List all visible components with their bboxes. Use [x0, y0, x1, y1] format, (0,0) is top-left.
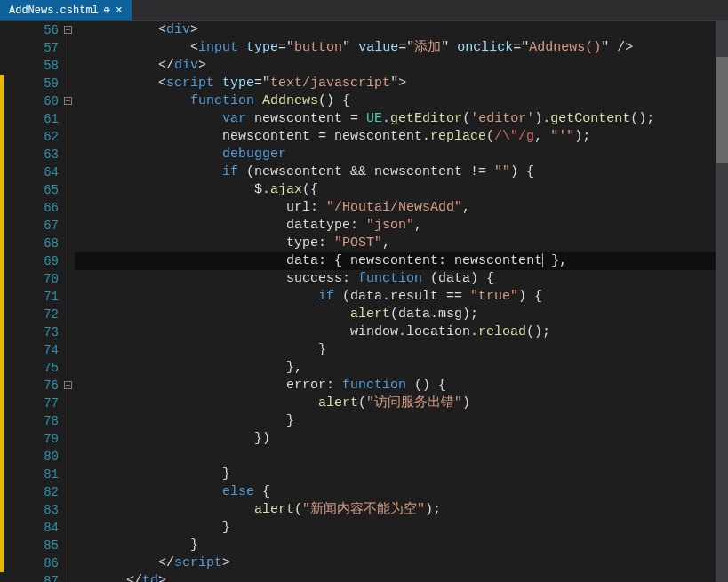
modified-marker: [0, 341, 4, 359]
code-line[interactable]: function Addnews() {: [75, 92, 728, 110]
code-line[interactable]: debugger: [75, 146, 728, 163]
modified-marker: [0, 377, 4, 395]
line-number: 74: [0, 341, 59, 359]
line-number: 84: [0, 519, 59, 537]
modified-marker: [0, 110, 4, 128]
code-line[interactable]: newscontent = newscontent.replace(/\"/g,…: [75, 128, 728, 146]
line-number: 77: [0, 395, 59, 412]
code-line[interactable]: }: [75, 412, 728, 430]
line-number: 86: [0, 554, 59, 572]
line-number: 67: [0, 217, 59, 235]
line-number: 81: [0, 466, 59, 483]
scroll-thumb[interactable]: [716, 57, 728, 163]
line-number: 71: [0, 288, 59, 306]
line-number: 60: [0, 92, 59, 110]
code-line[interactable]: <div>: [75, 21, 728, 39]
tab-bar: AddNews.cshtml ⊕ ×: [0, 0, 728, 21]
code-line[interactable]: else {: [75, 483, 728, 501]
line-number: 75: [0, 359, 59, 377]
modified-marker: [0, 554, 4, 572]
code-line[interactable]: url: "/Houtai/NewsAdd",: [75, 199, 728, 217]
code-line[interactable]: <input type="button" value="添加" onclick=…: [75, 39, 728, 57]
modified-marker: [0, 252, 4, 270]
line-number: 85: [0, 537, 59, 554]
code-line[interactable]: </script>: [75, 554, 728, 572]
modified-marker: [0, 519, 4, 537]
code-line[interactable]: alert("访问服务出错"): [75, 395, 728, 412]
modified-marker: [0, 359, 4, 377]
modified-marker: [0, 537, 4, 554]
modified-marker: [0, 430, 4, 448]
code-line[interactable]: [75, 448, 728, 466]
code-content[interactable]: <div> <input type="button" value="添加" on…: [75, 21, 728, 582]
modified-marker: [0, 501, 4, 519]
modified-marker: [0, 306, 4, 323]
code-line[interactable]: alert("新闻内容不能为空");: [75, 501, 728, 519]
code-line[interactable]: },: [75, 359, 728, 377]
line-number: 58: [0, 57, 59, 75]
modified-marker: [0, 270, 4, 288]
code-line[interactable]: }: [75, 466, 728, 483]
modified-marker: [0, 466, 4, 483]
line-number: 80: [0, 448, 59, 466]
line-number: 63: [0, 146, 59, 163]
code-line[interactable]: }: [75, 537, 728, 554]
line-number: 61: [0, 110, 59, 128]
code-line[interactable]: if (newscontent && newscontent != "") {: [75, 163, 728, 181]
fold-toggle-icon[interactable]: [64, 26, 72, 34]
line-number: 70: [0, 270, 59, 288]
code-line[interactable]: window.location.reload();: [75, 323, 728, 341]
modified-marker: [0, 412, 4, 430]
modified-marker: [0, 235, 4, 252]
line-number: 56: [0, 21, 59, 39]
code-line[interactable]: }): [75, 430, 728, 448]
fold-toggle-icon[interactable]: [64, 97, 72, 105]
code-line[interactable]: </div>: [75, 57, 728, 75]
code-line[interactable]: <script type="text/javascript">: [75, 75, 728, 92]
line-number: 66: [0, 199, 59, 217]
line-number: 57: [0, 39, 59, 57]
line-number: 73: [0, 323, 59, 341]
code-line[interactable]: type: "POST",: [75, 235, 728, 252]
code-line[interactable]: alert(data.msg);: [75, 306, 728, 323]
line-number: 83: [0, 501, 59, 519]
close-icon[interactable]: ×: [116, 4, 123, 17]
line-number: 78: [0, 412, 59, 430]
code-line[interactable]: success: function (data) {: [75, 270, 728, 288]
line-number: 87: [0, 572, 59, 582]
line-number: 82: [0, 483, 59, 501]
line-number: 68: [0, 235, 59, 252]
modified-marker: [0, 199, 4, 217]
line-number: 79: [0, 430, 59, 448]
line-number: 69: [0, 252, 59, 270]
modified-marker: [0, 92, 4, 110]
line-number: 72: [0, 306, 59, 323]
code-line[interactable]: var newscontent = UE.getEditor('editor')…: [75, 110, 728, 128]
tab-filename: AddNews.cshtml: [9, 4, 99, 17]
fold-column[interactable]: [62, 21, 75, 582]
code-line[interactable]: }: [75, 341, 728, 359]
modified-marker: [0, 146, 4, 163]
modified-marker: [0, 483, 4, 501]
modified-marker: [0, 181, 4, 199]
line-number: 76: [0, 377, 59, 395]
modified-marker: [0, 163, 4, 181]
vertical-scrollbar[interactable]: [716, 21, 728, 582]
line-number-gutter: 5657585960616263646566676869707172737475…: [0, 21, 62, 582]
code-editor[interactable]: 5657585960616263646566676869707172737475…: [0, 21, 728, 582]
modified-marker: [0, 128, 4, 146]
file-tab-active[interactable]: AddNews.cshtml ⊕ ×: [0, 0, 132, 20]
line-number: 62: [0, 128, 59, 146]
modified-marker: [0, 323, 4, 341]
code-line[interactable]: $.ajax({: [75, 181, 728, 199]
code-line[interactable]: error: function () {: [75, 377, 728, 395]
code-line[interactable]: if (data.result == "true") {: [75, 288, 728, 306]
line-number: 59: [0, 75, 59, 92]
pin-icon[interactable]: ⊕: [104, 4, 110, 17]
code-line[interactable]: </td>: [75, 572, 728, 582]
modified-marker: [0, 395, 4, 412]
fold-toggle-icon[interactable]: [64, 381, 72, 389]
modified-marker: [0, 75, 4, 92]
code-line[interactable]: }: [75, 519, 728, 537]
code-line[interactable]: datatype: "json",: [75, 217, 728, 235]
